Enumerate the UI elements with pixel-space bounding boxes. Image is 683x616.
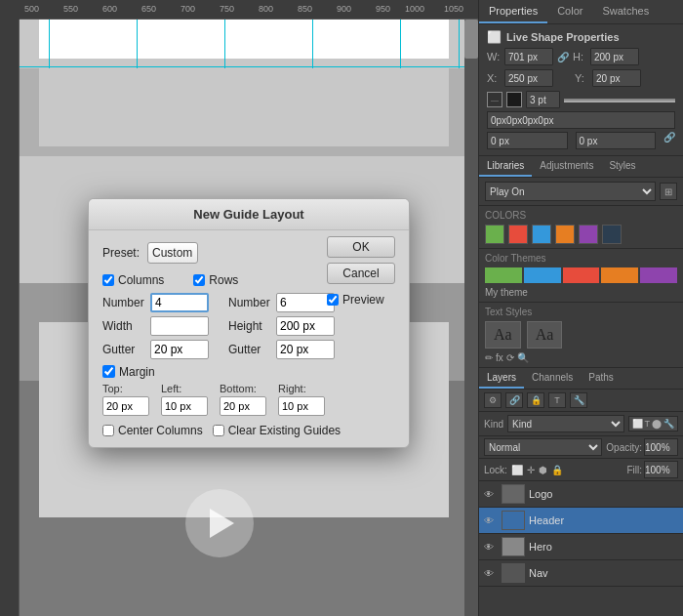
- row-gutter-input[interactable]: [276, 340, 335, 359]
- link-corners-icon[interactable]: 🔗: [663, 132, 675, 149]
- margin-right-input[interactable]: [278, 396, 325, 416]
- preset-select[interactable]: Custom: [147, 242, 198, 264]
- layers-adjust-icon[interactable]: 🔧: [570, 392, 587, 408]
- layer-eye-nav[interactable]: 👁: [484, 568, 498, 579]
- row-height-input[interactable]: [276, 316, 335, 336]
- all-icon[interactable]: 🔒: [551, 465, 563, 475]
- tab-layers[interactable]: Layers: [479, 368, 524, 389]
- layers-tabs: Layers Channels Paths: [479, 368, 683, 390]
- center-columns-checkbox[interactable]: [102, 425, 114, 436]
- opacity-input[interactable]: [644, 438, 678, 456]
- lock-label: Lock:: [484, 465, 507, 475]
- corner2-value[interactable]: 0 px: [576, 132, 657, 149]
- canvas-area: 500 550 600 650 700 750 800 850 900 950 …: [0, 0, 478, 616]
- color-swatch-orange[interactable]: [555, 225, 575, 244]
- color-swatch-red[interactable]: [508, 225, 528, 244]
- rows-checkbox[interactable]: [193, 274, 205, 286]
- layer-item-header[interactable]: 👁 Header: [479, 508, 683, 534]
- margin-top-field: Top:: [102, 383, 149, 416]
- y-input[interactable]: [592, 69, 641, 87]
- ok-button[interactable]: OK: [327, 236, 395, 258]
- col-width-input[interactable]: [150, 316, 209, 336]
- tab-color[interactable]: Color: [547, 0, 592, 23]
- col-width-row: Width: [102, 316, 209, 336]
- row-number-input[interactable]: [276, 293, 335, 312]
- margin-left-input[interactable]: [161, 396, 208, 416]
- layer-eye-hero[interactable]: 👁: [484, 542, 498, 553]
- layer-item-nav[interactable]: 👁 Nav: [479, 560, 683, 587]
- margin-bottom-input[interactable]: [220, 396, 266, 416]
- columns-checkbox[interactable]: [102, 274, 114, 286]
- margin-label: Margin: [119, 365, 155, 379]
- link-icon[interactable]: 🔗: [557, 52, 569, 62]
- preview-checkbox[interactable]: [327, 294, 339, 306]
- theme-swatch-4[interactable]: [601, 267, 638, 283]
- theme-swatch-3[interactable]: [563, 267, 600, 283]
- bottom-checkboxes: Center Columns Clear Existing Guides: [102, 424, 395, 437]
- tab-paths[interactable]: Paths: [581, 368, 622, 389]
- layer-eye-header[interactable]: 👁: [484, 515, 498, 526]
- margin-checkbox[interactable]: [102, 365, 115, 378]
- color-swatch-green[interactable]: [485, 225, 504, 244]
- margin-bottom-field: Bottom:: [220, 383, 266, 416]
- clear-guides-checkbox[interactable]: [213, 425, 224, 436]
- lock-icon[interactable]: ⬜: [511, 465, 523, 475]
- col-gutter-input[interactable]: [150, 340, 209, 359]
- layer-eye-logo[interactable]: 👁: [484, 489, 498, 500]
- text-style-aa1[interactable]: Aa: [485, 321, 521, 349]
- layers-filter-select[interactable]: Kind: [507, 415, 623, 432]
- blend-mode-select[interactable]: Normal: [484, 438, 602, 456]
- fill-label: Fill:: [626, 465, 642, 475]
- library-select[interactable]: Play On: [485, 182, 656, 201]
- col-gutter-row: Gutter: [102, 340, 209, 359]
- stroke-color-swatch[interactable]: —: [487, 92, 502, 107]
- color-swatch-purple[interactable]: [579, 225, 598, 244]
- layers-lock-icon[interactable]: 🔒: [527, 392, 544, 408]
- fill-color-swatch[interactable]: [506, 92, 522, 107]
- opacity-label: Opacity:: [606, 442, 642, 453]
- color-swatch-dark[interactable]: [602, 225, 622, 244]
- x-input[interactable]: [504, 69, 553, 87]
- dialog-overlay: New Guide Layout Preset: Custom ▼: [20, 20, 478, 616]
- filter-icons-row[interactable]: ⬜T⬤🔧: [628, 416, 679, 431]
- h-input[interactable]: [590, 48, 639, 65]
- fill-input[interactable]: [644, 461, 678, 478]
- move-icon[interactable]: ✛: [527, 465, 535, 475]
- text-style-icon-2[interactable]: fx: [496, 352, 503, 363]
- h-label: H:: [573, 51, 586, 62]
- text-style-icon-3[interactable]: ⟳: [506, 352, 514, 363]
- tab-adjustments[interactable]: Adjustments: [532, 156, 601, 177]
- library-grid-button[interactable]: ⊞: [660, 183, 677, 200]
- col-number-input[interactable]: [150, 293, 209, 312]
- text-style-icon-4[interactable]: 🔍: [517, 352, 529, 363]
- layers-filter-icon[interactable]: ⚙: [484, 392, 502, 408]
- theme-swatch-1[interactable]: [485, 267, 522, 283]
- text-styles-label: Text Styles: [485, 307, 677, 317]
- layers-link-icon[interactable]: 🔗: [505, 392, 523, 408]
- stroke-pt-input[interactable]: [526, 91, 560, 108]
- layers-effects-icon[interactable]: T: [548, 392, 566, 408]
- theme-swatch-5[interactable]: [640, 267, 677, 283]
- layer-thumb-header: [502, 511, 525, 530]
- preview-label: Preview: [342, 293, 384, 307]
- theme-swatch-2[interactable]: [524, 267, 561, 283]
- tab-properties[interactable]: Properties: [479, 0, 547, 23]
- color-swatch-blue[interactable]: [532, 225, 551, 244]
- tab-swatches[interactable]: Swatches: [592, 0, 659, 23]
- text-style-icon-1[interactable]: ✏: [485, 352, 493, 363]
- tab-styles[interactable]: Styles: [601, 156, 643, 177]
- tab-libraries[interactable]: Libraries: [479, 156, 532, 177]
- layer-item-hero[interactable]: 👁 Hero: [479, 534, 683, 560]
- layers-toolbar: ⚙ 🔗 🔒 T 🔧: [479, 390, 683, 412]
- tab-channels[interactable]: Channels: [524, 368, 581, 389]
- layer-item-logo[interactable]: 👁 Logo: [479, 481, 683, 508]
- y-label: Y:: [575, 72, 588, 84]
- artboard-icon[interactable]: ⬢: [539, 465, 547, 475]
- colors-label: COLORS: [485, 210, 677, 221]
- corner1-value[interactable]: 0 px: [487, 132, 568, 149]
- cancel-button[interactable]: Cancel: [327, 263, 395, 284]
- w-input[interactable]: [504, 48, 553, 65]
- margin-top-input[interactable]: [102, 396, 149, 416]
- text-style-aa2[interactable]: Aa: [527, 321, 563, 349]
- border-value: 0px0px0px0px: [487, 111, 675, 129]
